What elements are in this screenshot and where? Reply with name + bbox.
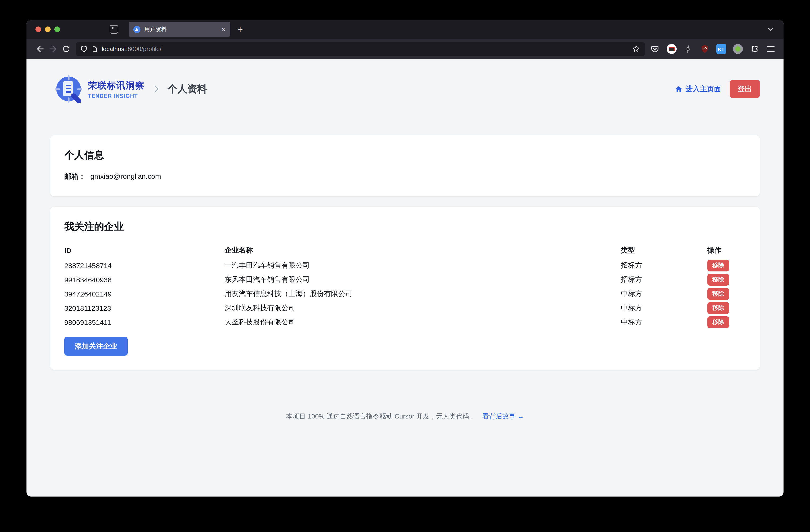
home-icon (675, 85, 683, 93)
remove-button[interactable]: 移除 (708, 302, 729, 314)
close-window-button[interactable] (35, 27, 41, 32)
followed-companies-card: 我关注的企业 ID 企业名称 类型 操作 288721458714 一汽丰田汽 (50, 207, 760, 370)
footer-text: 本项目 100% 通过自然语言指令驱动 Cursor 开发，无人类代码。 (286, 412, 476, 420)
cell-company-name: 东风本田汽车销售有限公司 (225, 275, 621, 284)
table-body: 288721458714 一汽丰田汽车销售有限公司 招标方 移除 9918346… (64, 258, 746, 329)
window-controls[interactable] (35, 27, 60, 32)
cell-company-name: 大圣科技股份有限公司 (225, 318, 621, 326)
table-row: 288721458714 一汽丰田汽车销售有限公司 招标方 移除 (64, 258, 746, 272)
app-logo-icon (56, 77, 81, 101)
companies-title: 我关注的企业 (64, 220, 746, 233)
back-button[interactable] (33, 42, 46, 55)
col-header-name: 企业名称 (225, 246, 621, 255)
table-header-row: ID 企业名称 类型 操作 (64, 244, 746, 257)
profile-title: 个人信息 (64, 148, 746, 162)
ublock-shield-icon[interactable]: uO (699, 44, 710, 54)
list-tabs-chevron-icon[interactable] (766, 25, 775, 34)
cell-company-id: 991834640938 (64, 275, 225, 284)
table-row: 991834640938 东风本田汽车销售有限公司 招标方 移除 (64, 272, 746, 287)
page-footer: 本项目 100% 通过自然语言指令驱动 Cursor 开发，无人类代码。看背后故… (50, 412, 760, 421)
page-header: 荣联标讯洞察 TENDER INSIGHT 个人资料 进入主页面 登出 (56, 59, 760, 101)
email-label: 邮箱： (64, 172, 85, 180)
remove-button[interactable]: 移除 (708, 274, 729, 285)
cell-company-name: 用友汽车信息科技（上海）股份有限公司 (225, 289, 621, 298)
add-company-button[interactable]: 添加关注企业 (64, 337, 128, 356)
tab-close-icon[interactable]: ✕ (218, 26, 226, 32)
remove-button[interactable]: 移除 (708, 316, 729, 328)
email-row: 邮箱： gmxiao@ronglian.com (64, 172, 746, 181)
remove-button[interactable]: 移除 (708, 259, 729, 271)
brand-block: 荣联标讯洞察 TENDER INSIGHT (88, 79, 145, 99)
screen: 用户资料 ✕ + (0, 0, 810, 532)
table-row: 320181123123 深圳联友科技有限公司 中标方 移除 (64, 301, 746, 315)
table-row: 980691351411 大圣科技股份有限公司 中标方 移除 (64, 315, 746, 329)
col-header-id: ID (64, 246, 225, 254)
table-row: 394726402149 用友汽车信息科技（上海）股份有限公司 中标方 移除 (64, 287, 746, 301)
cell-company-type: 中标方 (621, 289, 708, 298)
firefox-view-icon[interactable] (110, 25, 118, 34)
go-home-link[interactable]: 进入主页面 (675, 84, 721, 93)
url-bar[interactable]: localhost:8000/profile/ (76, 42, 645, 56)
tab-title: 用户资料 (144, 25, 218, 33)
footer-story-link[interactable]: 看背后故事 → (482, 412, 524, 420)
cell-company-type: 中标方 (621, 303, 708, 312)
cell-company-id: 980691351411 (64, 318, 225, 326)
cell-company-id: 288721458714 (64, 261, 225, 269)
new-tab-button[interactable]: + (237, 23, 243, 36)
svg-text:uO: uO (702, 47, 707, 50)
browser-toolbar: localhost:8000/profile/ uO KT (27, 39, 783, 59)
extension-icons: uO KT (650, 44, 777, 54)
profile-card: 个人信息 邮箱： gmxiao@ronglian.com (50, 135, 760, 196)
green-dot-extension-icon[interactable] (732, 44, 743, 54)
col-header-action: 操作 (708, 246, 746, 255)
cell-company-id: 320181123123 (64, 304, 225, 312)
menu-hamburger-icon[interactable] (765, 44, 776, 54)
zoom-window-button[interactable] (54, 27, 60, 32)
forward-button[interactable] (46, 42, 60, 55)
breadcrumb: 个人资料 (167, 82, 207, 96)
arrow-right-icon: → (517, 412, 524, 420)
extensions-puzzle-icon[interactable] (749, 44, 759, 54)
tab-user-profile[interactable]: 用户资料 ✕ (129, 22, 230, 37)
shield-icon[interactable] (80, 45, 87, 52)
breadcrumb-chevron-icon (153, 84, 160, 94)
email-value: gmxiao@ronglian.com (90, 172, 161, 180)
col-header-type: 类型 (621, 246, 708, 255)
url-text[interactable]: localhost:8000/profile/ (102, 45, 628, 52)
cell-company-type: 招标方 (621, 275, 708, 284)
extension-red-badge-icon[interactable] (666, 44, 677, 54)
tab-favicon-icon (133, 26, 141, 33)
cell-company-type: 招标方 (621, 261, 708, 270)
brand-subtitle: TENDER INSIGHT (88, 93, 145, 99)
pocket-icon[interactable] (650, 44, 660, 54)
reload-button[interactable] (60, 42, 73, 55)
kt-extension-icon[interactable]: KT (716, 44, 726, 54)
cell-company-id: 394726402149 (64, 290, 225, 298)
page-content: 荣联标讯洞察 TENDER INSIGHT 个人资料 进入主页面 登出 个人信息 (27, 59, 783, 497)
brand-name: 荣联标讯洞察 (88, 79, 145, 92)
remove-button[interactable]: 移除 (708, 288, 729, 300)
cell-company-name: 深圳联友科技有限公司 (225, 303, 621, 312)
minimize-window-button[interactable] (45, 27, 51, 32)
cell-company-type: 中标方 (621, 318, 708, 326)
companies-table: ID 企业名称 类型 操作 288721458714 一汽丰田汽车销售有限公司 … (64, 244, 746, 329)
logout-button[interactable]: 登出 (730, 80, 760, 98)
page-info-icon[interactable] (91, 46, 98, 52)
tab-bar: 用户资料 ✕ + (27, 20, 783, 39)
lightning-bolt-icon[interactable] (683, 44, 693, 54)
bookmark-star-icon[interactable] (632, 45, 640, 53)
browser-window: 用户资料 ✕ + (27, 20, 783, 497)
cell-company-name: 一汽丰田汽车销售有限公司 (225, 261, 621, 270)
